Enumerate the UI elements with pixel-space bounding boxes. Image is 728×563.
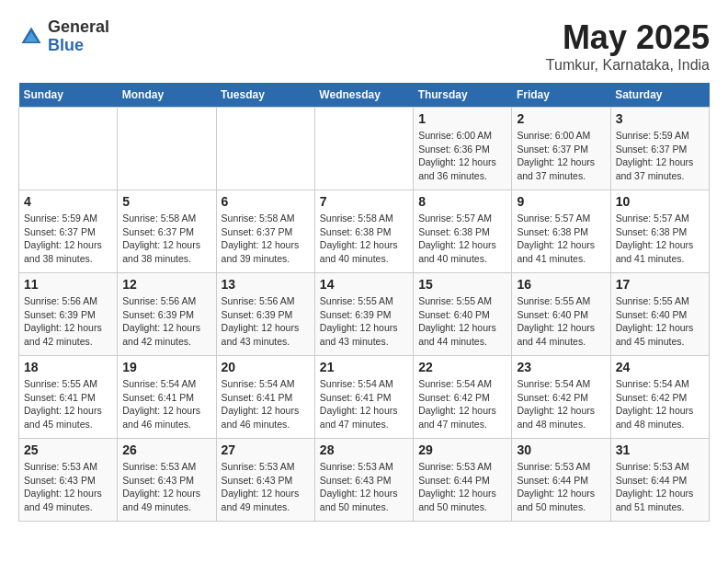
day-info: Sunrise: 5:58 AM Sunset: 6:38 PM Dayligh… [320, 212, 408, 266]
day-number: 27 [222, 442, 310, 457]
calendar-week-row: 11Sunrise: 5:56 AM Sunset: 6:39 PM Dayli… [19, 273, 710, 356]
day-number: 3 [616, 111, 704, 126]
calendar-cell: 13Sunrise: 5:56 AM Sunset: 6:39 PM Dayli… [216, 273, 314, 356]
calendar-cell: 30Sunrise: 5:53 AM Sunset: 6:44 PM Dayli… [512, 439, 610, 522]
day-number: 12 [122, 277, 210, 292]
calendar-cell: 20Sunrise: 5:54 AM Sunset: 6:41 PM Dayli… [216, 356, 314, 439]
calendar-cell: 6Sunrise: 5:58 AM Sunset: 6:37 PM Daylig… [216, 190, 314, 273]
day-info: Sunrise: 5:57 AM Sunset: 6:38 PM Dayligh… [418, 212, 506, 266]
day-number: 24 [616, 360, 704, 374]
day-number: 28 [320, 442, 408, 457]
day-number: 26 [122, 442, 210, 457]
day-number: 15 [418, 277, 506, 292]
day-info: Sunrise: 5:58 AM Sunset: 6:37 PM Dayligh… [122, 212, 210, 266]
logo: General Blue [18, 18, 109, 55]
calendar-cell: 16Sunrise: 5:55 AM Sunset: 6:40 PM Dayli… [512, 273, 610, 356]
calendar-cell: 4Sunrise: 5:59 AM Sunset: 6:37 PM Daylig… [19, 190, 118, 273]
calendar-cell [314, 108, 413, 190]
calendar-cell: 22Sunrise: 5:54 AM Sunset: 6:42 PM Dayli… [414, 356, 512, 439]
calendar-cell: 24Sunrise: 5:54 AM Sunset: 6:42 PM Dayli… [610, 356, 709, 439]
day-info: Sunrise: 5:54 AM Sunset: 6:42 PM Dayligh… [418, 377, 506, 431]
day-info: Sunrise: 5:53 AM Sunset: 6:44 PM Dayligh… [616, 460, 704, 514]
day-number: 20 [222, 360, 310, 374]
day-info: Sunrise: 6:00 AM Sunset: 6:36 PM Dayligh… [418, 129, 506, 183]
day-number: 30 [517, 442, 605, 457]
calendar-cell: 12Sunrise: 5:56 AM Sunset: 6:39 PM Dayli… [118, 273, 216, 356]
calendar-cell: 28Sunrise: 5:53 AM Sunset: 6:43 PM Dayli… [314, 439, 413, 522]
calendar-cell: 31Sunrise: 5:53 AM Sunset: 6:44 PM Dayli… [610, 439, 709, 522]
day-info: Sunrise: 5:53 AM Sunset: 6:44 PM Dayligh… [418, 460, 506, 514]
weekday-header-monday: Monday [118, 83, 216, 108]
calendar-cell: 17Sunrise: 5:55 AM Sunset: 6:40 PM Dayli… [610, 273, 709, 356]
calendar-cell: 15Sunrise: 5:55 AM Sunset: 6:40 PM Dayli… [414, 273, 512, 356]
day-number: 14 [320, 277, 408, 292]
calendar-week-row: 4Sunrise: 5:59 AM Sunset: 6:37 PM Daylig… [19, 190, 710, 273]
calendar-cell: 9Sunrise: 5:57 AM Sunset: 6:38 PM Daylig… [512, 190, 610, 273]
calendar-cell: 18Sunrise: 5:55 AM Sunset: 6:41 PM Dayli… [19, 356, 118, 439]
day-number: 13 [222, 277, 310, 292]
day-number: 4 [24, 194, 112, 209]
calendar-cell: 21Sunrise: 5:54 AM Sunset: 6:41 PM Dayli… [314, 356, 413, 439]
title-block: May 2025 Tumkur, Karnataka, India [546, 18, 710, 74]
day-number: 10 [616, 194, 704, 209]
calendar-cell: 10Sunrise: 5:57 AM Sunset: 6:38 PM Dayli… [610, 190, 709, 273]
day-number: 9 [517, 194, 605, 209]
calendar-cell: 14Sunrise: 5:55 AM Sunset: 6:39 PM Dayli… [314, 273, 413, 356]
weekday-header-sunday: Sunday [19, 83, 118, 108]
day-info: Sunrise: 5:53 AM Sunset: 6:43 PM Dayligh… [24, 460, 112, 514]
day-info: Sunrise: 5:54 AM Sunset: 6:41 PM Dayligh… [320, 377, 408, 431]
day-info: Sunrise: 5:56 AM Sunset: 6:39 PM Dayligh… [222, 294, 310, 349]
day-info: Sunrise: 5:53 AM Sunset: 6:43 PM Dayligh… [222, 460, 310, 514]
calendar-cell: 1Sunrise: 6:00 AM Sunset: 6:36 PM Daylig… [414, 108, 512, 190]
calendar-week-row: 18Sunrise: 5:55 AM Sunset: 6:41 PM Dayli… [19, 356, 710, 439]
logo-text: General Blue [48, 18, 109, 55]
day-number: 6 [222, 194, 310, 209]
day-info: Sunrise: 5:53 AM Sunset: 6:43 PM Dayligh… [320, 460, 408, 514]
day-info: Sunrise: 5:59 AM Sunset: 6:37 PM Dayligh… [24, 212, 112, 266]
day-info: Sunrise: 5:55 AM Sunset: 6:40 PM Dayligh… [517, 294, 605, 349]
month-title: May 2025 [546, 18, 710, 57]
weekday-header-tuesday: Tuesday [216, 83, 314, 108]
location-label: Tumkur, Karnataka, India [546, 57, 710, 74]
weekday-header-row: SundayMondayTuesdayWednesdayThursdayFrid… [19, 83, 710, 108]
day-number: 17 [616, 277, 704, 292]
calendar-cell: 5Sunrise: 5:58 AM Sunset: 6:37 PM Daylig… [118, 190, 216, 273]
day-number: 2 [517, 111, 605, 126]
day-number: 16 [517, 277, 605, 292]
day-info: Sunrise: 5:54 AM Sunset: 6:41 PM Dayligh… [222, 377, 310, 431]
weekday-header-saturday: Saturday [610, 83, 709, 108]
calendar-cell: 26Sunrise: 5:53 AM Sunset: 6:43 PM Dayli… [118, 439, 216, 522]
day-info: Sunrise: 6:00 AM Sunset: 6:37 PM Dayligh… [517, 129, 605, 183]
calendar-cell: 3Sunrise: 5:59 AM Sunset: 6:37 PM Daylig… [610, 108, 709, 190]
day-info: Sunrise: 5:53 AM Sunset: 6:44 PM Dayligh… [517, 460, 605, 514]
day-number: 7 [320, 194, 408, 209]
calendar-week-row: 1Sunrise: 6:00 AM Sunset: 6:36 PM Daylig… [19, 108, 710, 190]
calendar-cell [118, 108, 216, 190]
logo-blue-label: Blue [48, 37, 109, 55]
weekday-header-friday: Friday [512, 83, 610, 108]
logo-icon [18, 24, 44, 50]
calendar-cell: 23Sunrise: 5:54 AM Sunset: 6:42 PM Dayli… [512, 356, 610, 439]
day-number: 22 [418, 360, 506, 374]
day-info: Sunrise: 5:59 AM Sunset: 6:37 PM Dayligh… [616, 129, 704, 183]
day-info: Sunrise: 5:57 AM Sunset: 6:38 PM Dayligh… [517, 212, 605, 266]
day-number: 18 [24, 360, 112, 374]
day-info: Sunrise: 5:57 AM Sunset: 6:38 PM Dayligh… [616, 212, 704, 266]
day-info: Sunrise: 5:55 AM Sunset: 6:39 PM Dayligh… [320, 294, 408, 349]
day-info: Sunrise: 5:55 AM Sunset: 6:40 PM Dayligh… [616, 294, 704, 349]
day-info: Sunrise: 5:53 AM Sunset: 6:43 PM Dayligh… [122, 460, 210, 514]
day-info: Sunrise: 5:56 AM Sunset: 6:39 PM Dayligh… [122, 294, 210, 349]
day-number: 11 [24, 277, 112, 292]
day-number: 23 [517, 360, 605, 374]
day-info: Sunrise: 5:54 AM Sunset: 6:42 PM Dayligh… [616, 377, 704, 431]
calendar-cell [19, 108, 118, 190]
calendar-cell: 7Sunrise: 5:58 AM Sunset: 6:38 PM Daylig… [314, 190, 413, 273]
day-number: 5 [122, 194, 210, 209]
day-info: Sunrise: 5:58 AM Sunset: 6:37 PM Dayligh… [222, 212, 310, 266]
calendar-week-row: 25Sunrise: 5:53 AM Sunset: 6:43 PM Dayli… [19, 439, 710, 522]
day-number: 19 [122, 360, 210, 374]
day-info: Sunrise: 5:54 AM Sunset: 6:42 PM Dayligh… [517, 377, 605, 431]
weekday-header-thursday: Thursday [414, 83, 512, 108]
calendar-cell: 29Sunrise: 5:53 AM Sunset: 6:44 PM Dayli… [414, 439, 512, 522]
day-number: 8 [418, 194, 506, 209]
